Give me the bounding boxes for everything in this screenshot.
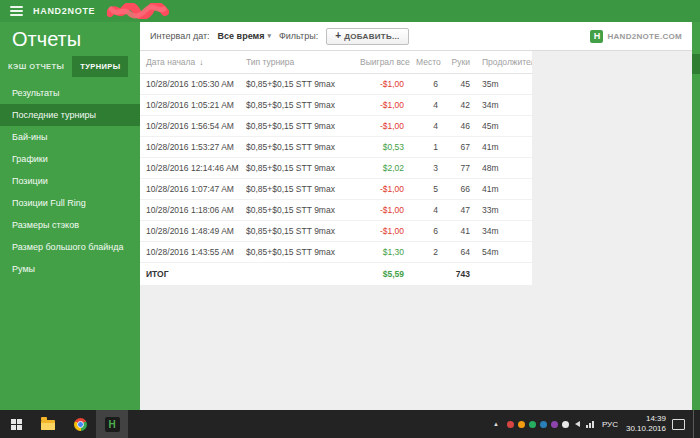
tournament-hands: 41 [444, 221, 476, 242]
tray-app-icon[interactable] [562, 421, 569, 428]
tray-app-icon[interactable] [529, 421, 536, 428]
tournament-date: 10/28/2016 1:07:47 AM [140, 179, 240, 200]
tournament-date: 10/28/2016 12:14:46 AM [140, 158, 240, 179]
tournament-date: 10/28/2016 1:48:49 AM [140, 221, 240, 242]
col-header-type[interactable]: Тип турнира [240, 51, 354, 74]
hand2note-taskbar-button[interactable]: H [96, 410, 128, 438]
tab-cash-reports[interactable]: КЭШ ОТЧЕТЫ [0, 56, 72, 77]
main-area: Отчеты КЭШ ОТЧЕТЫ ТУРНИРЫ РезультатыПосл… [0, 22, 700, 410]
col-header-place[interactable]: Место [410, 51, 444, 74]
hand2note-logo: H HAND2NOTE.COM [590, 30, 682, 43]
sidebar-item[interactable]: Бай-ины [0, 126, 140, 148]
col-header-hands[interactable]: Руки [444, 51, 476, 74]
show-desktop-button[interactable] [693, 410, 698, 438]
tournament-place: 2 [410, 242, 444, 263]
chrome-icon [74, 418, 87, 431]
col-header-date[interactable]: Дата начала↓ [140, 51, 240, 74]
tournament-won: -$1,00 [354, 95, 410, 116]
sidebar-item[interactable]: Размеры стэков [0, 214, 140, 236]
tournament-duration: 48m [476, 158, 532, 179]
tournament-place: 4 [410, 95, 444, 116]
sidebar: РезультатыПоследние турнирыБай-иныГрафик… [0, 82, 140, 280]
tournament-hands: 42 [444, 95, 476, 116]
file-explorer-button[interactable] [32, 410, 64, 438]
table-row[interactable]: 10/28/2016 1:43:55 AM$0,85+$0,15 STT 9ma… [140, 242, 532, 263]
action-center-icon[interactable] [672, 419, 685, 430]
tournament-duration: 54m [476, 242, 532, 263]
table-row[interactable]: 10/28/2016 1:18:06 AM$0,85+$0,15 STT 9ma… [140, 200, 532, 221]
tournament-duration: 34m [476, 95, 532, 116]
add-filter-button[interactable]: + ДОБАВИТЬ... [326, 28, 408, 45]
chrome-button[interactable] [64, 410, 96, 438]
network-icon[interactable] [586, 421, 594, 428]
table-row[interactable]: 10/28/2016 1:53:27 AM$0,85+$0,15 STT 9ma… [140, 137, 532, 158]
date-interval-value: Все время [218, 31, 265, 41]
page-title: Отчеты [0, 22, 140, 56]
windows-logo-icon [11, 419, 22, 430]
tournament-place: 3 [410, 158, 444, 179]
sidebar-item[interactable]: Последние турниры [0, 104, 140, 126]
app-window: HAND2NOTE Отчеты КЭШ ОТЧЕТЫ ТУРНИРЫ Резу… [0, 0, 700, 438]
tournament-won: -$1,00 [354, 179, 410, 200]
tray-app-icon[interactable] [540, 421, 547, 428]
taskbar: H ▲ РУС 14:39 30.10.2016 [0, 410, 700, 438]
sidebar-item[interactable]: Графики [0, 148, 140, 170]
tournament-place: 4 [410, 116, 444, 137]
clock-date: 30.10.2016 [626, 424, 666, 434]
tournament-duration: 41m [476, 179, 532, 200]
tournament-hands: 66 [444, 179, 476, 200]
tournament-place: 6 [410, 74, 444, 95]
system-tray: ▲ РУС 14:39 30.10.2016 [491, 410, 700, 438]
tournament-type: $0,85+$0,15 STT 9max [240, 200, 354, 221]
tournament-type: $0,85+$0,15 STT 9max [240, 179, 354, 200]
table-row[interactable]: 10/28/2016 1:05:21 AM$0,85+$0,15 STT 9ma… [140, 95, 532, 116]
sidebar-item[interactable]: Румы [0, 258, 140, 280]
report-tabs: КЭШ ОТЧЕТЫ ТУРНИРЫ [0, 56, 140, 77]
sidebar-item[interactable]: Результаты [0, 82, 140, 104]
plus-icon: + [335, 32, 341, 40]
sidebar-item[interactable]: Позиции [0, 170, 140, 192]
tournament-won: $0,53 [354, 137, 410, 158]
tray-app-icon[interactable] [518, 421, 525, 428]
taskbar-clock[interactable]: 14:39 30.10.2016 [626, 414, 666, 434]
language-indicator[interactable]: РУС [600, 420, 620, 429]
tournament-place: 1 [410, 137, 444, 158]
right-edge-strip [692, 22, 700, 410]
tournament-won: -$1,00 [354, 221, 410, 242]
tournament-type: $0,85+$0,15 STT 9max [240, 74, 354, 95]
tournament-date: 10/28/2016 1:18:06 AM [140, 200, 240, 221]
scrollbar-thumb[interactable] [692, 54, 700, 74]
col-header-won[interactable]: Выиграл всего [354, 51, 410, 74]
tournament-type: $0,85+$0,15 STT 9max [240, 221, 354, 242]
taskbar-apps: H [0, 410, 128, 438]
chevron-down-icon: ▾ [267, 32, 271, 40]
table-row[interactable]: 10/28/2016 12:14:46 AM$0,85+$0,15 STT 9m… [140, 158, 532, 179]
tournament-won: -$1,00 [354, 116, 410, 137]
tray-app-icon[interactable] [551, 421, 558, 428]
clock-time: 14:39 [626, 414, 666, 424]
tab-tournaments[interactable]: ТУРНИРЫ [72, 56, 128, 77]
sidebar-item[interactable]: Размер большого блайнда [0, 236, 140, 258]
left-panel: Отчеты КЭШ ОТЧЕТЫ ТУРНИРЫ РезультатыПосл… [0, 22, 140, 410]
titlebar: HAND2NOTE [0, 0, 700, 22]
total-row: ИТОГ $5,59 743 [140, 263, 532, 286]
table-row[interactable]: 10/28/2016 1:48:49 AM$0,85+$0,15 STT 9ma… [140, 221, 532, 242]
table-row[interactable]: 10/28/2016 1:07:47 AM$0,85+$0,15 STT 9ma… [140, 179, 532, 200]
date-interval-dropdown[interactable]: Все время ▾ [218, 31, 271, 41]
start-button[interactable] [0, 410, 32, 438]
tournament-date: 10/28/2016 1:05:30 AM [140, 74, 240, 95]
table-row[interactable]: 10/28/2016 1:05:30 AM$0,85+$0,15 STT 9ma… [140, 74, 532, 95]
table-row[interactable]: 10/28/2016 1:56:54 AM$0,85+$0,15 STT 9ma… [140, 116, 532, 137]
col-header-duration[interactable]: Продолжительность [476, 51, 532, 74]
tournament-hands: 67 [444, 137, 476, 158]
tournament-date: 10/28/2016 1:53:27 AM [140, 137, 240, 158]
hand2note-logo-icon: H [590, 30, 603, 43]
table-area: Дата начала↓ Тип турнира Выиграл всего М… [140, 51, 692, 410]
hand2note-app-icon: H [105, 417, 120, 432]
menu-icon[interactable] [10, 6, 23, 16]
sidebar-item[interactable]: Позиции Full Ring [0, 192, 140, 214]
volume-icon[interactable] [575, 421, 580, 427]
tray-app-icon[interactable] [507, 421, 514, 428]
tournament-duration: 41m [476, 137, 532, 158]
tray-expand-icon[interactable]: ▲ [491, 421, 501, 427]
